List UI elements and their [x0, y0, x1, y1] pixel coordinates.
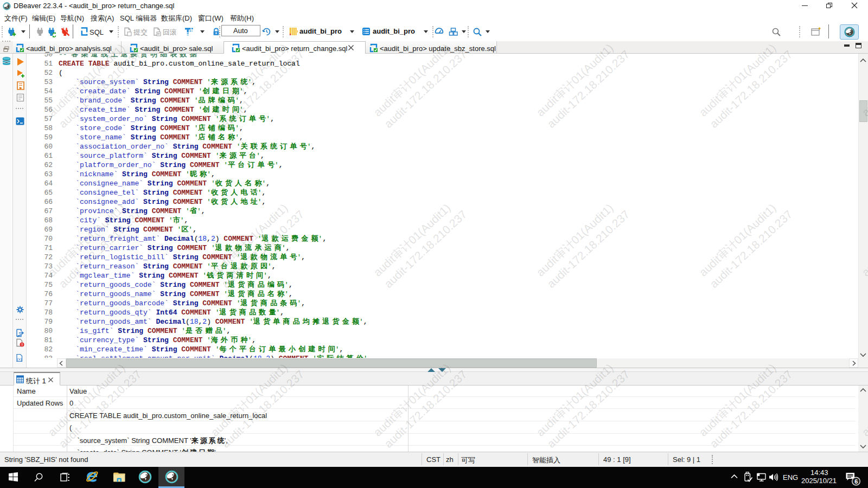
svg-text:6: 6	[854, 478, 858, 485]
svg-text:(x): (x)	[17, 357, 22, 362]
